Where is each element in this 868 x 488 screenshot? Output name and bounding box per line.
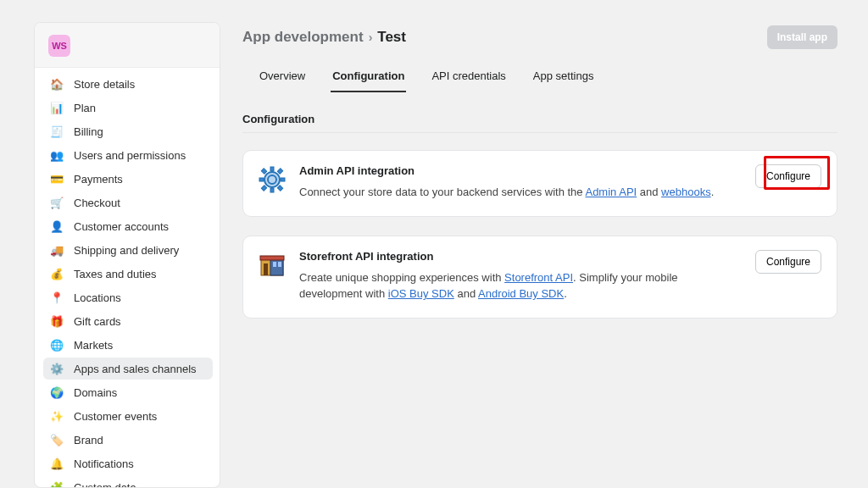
page-header: App development › Test Install app — [242, 25, 837, 49]
svg-rect-13 — [260, 256, 284, 260]
sidebar-icon: 🛒 — [50, 196, 64, 209]
text: and — [454, 287, 478, 300]
sidebar-item-apps-and-sales-channels[interactable]: ⚙️Apps and sales channels — [43, 358, 213, 380]
admin-api-card: Admin API integration Connect your store… — [242, 150, 837, 217]
sidebar-item-gift-cards[interactable]: 🎁Gift cards — [43, 310, 213, 332]
sidebar-item-customer-accounts[interactable]: 👤Customer accounts — [43, 215, 213, 237]
svg-rect-1 — [270, 167, 274, 171]
sidebar-item-markets[interactable]: 🌐Markets — [43, 334, 213, 356]
admin-api-title: Admin API integration — [299, 164, 742, 177]
storefront-api-description: Create unique shopping experiences with … — [299, 269, 742, 302]
admin-api-description: Connect your store data to your backend … — [299, 184, 742, 201]
sidebar-icon: 💳 — [50, 172, 64, 186]
android-buy-sdk-link[interactable]: Android Buy SDK — [478, 287, 564, 300]
text: . — [564, 287, 567, 300]
text: Connect your store data to your backend … — [299, 186, 585, 198]
svg-rect-15 — [278, 262, 281, 267]
sidebar-header: WS — [35, 23, 220, 68]
sidebar-icon: 👥 — [50, 148, 64, 162]
storefront-api-link[interactable]: Storefront API — [504, 271, 573, 284]
sidebar-item-label: Customer accounts — [74, 220, 169, 233]
svg-rect-14 — [273, 262, 276, 267]
webhooks-link[interactable]: webhooks — [661, 186, 711, 198]
sidebar-item-label: Payments — [74, 173, 123, 186]
configure-storefront-api-button[interactable]: Configure — [755, 250, 821, 274]
sidebar-item-plan[interactable]: 📊Plan — [43, 97, 213, 119]
sidebar-item-label: Locations — [74, 291, 121, 304]
sidebar-icon: ✨ — [50, 409, 64, 423]
tab-overview[interactable]: Overview — [258, 64, 307, 92]
sidebar-item-locations[interactable]: 📍Locations — [43, 286, 213, 308]
settings-sidebar: WS 🏠Store details📊Plan🧾Billing👥Users and… — [34, 22, 220, 488]
sidebar-icon: 📍 — [50, 291, 64, 304]
sidebar-item-label: Gift cards — [74, 315, 121, 328]
sidebar-item-notifications[interactable]: 🔔Notifications — [43, 452, 213, 474]
configure-admin-api-button[interactable]: Configure — [755, 164, 821, 188]
sidebar-item-label: Apps and sales channels — [74, 363, 197, 375]
sidebar-icon: 🌍 — [50, 385, 64, 399]
breadcrumb-current: Test — [377, 29, 406, 46]
ios-buy-sdk-link[interactable]: iOS Buy SDK — [388, 287, 454, 300]
tab-app-settings[interactable]: App settings — [531, 64, 596, 92]
sidebar-list: 🏠Store details📊Plan🧾Billing👥Users and pe… — [35, 68, 220, 487]
text: . — [711, 186, 715, 198]
admin-api-link[interactable]: Admin API — [585, 186, 637, 198]
sidebar-item-label: Brand — [74, 434, 103, 446]
svg-rect-4 — [281, 178, 285, 181]
text: Create unique shopping experiences with — [299, 271, 504, 284]
sidebar-item-label: Notifications — [74, 458, 134, 470]
sidebar-item-label: Customer events — [74, 410, 157, 423]
sidebar-item-label: Markets — [74, 339, 113, 352]
sidebar-icon: 💰 — [50, 267, 64, 280]
sidebar-icon: 🚚 — [50, 243, 64, 257]
breadcrumb: App development › Test — [242, 29, 406, 46]
sidebar-item-brand[interactable]: 🏷️Brand — [43, 429, 213, 451]
sidebar-icon: 🔔 — [50, 457, 64, 470]
sidebar-icon: 👤 — [50, 219, 64, 233]
sidebar-item-label: Domains — [74, 386, 117, 399]
sidebar-item-customer-events[interactable]: ✨Customer events — [43, 405, 213, 427]
sidebar-item-label: Checkout — [74, 197, 120, 209]
svg-rect-3 — [259, 178, 264, 181]
sidebar-item-label: Users and permissions — [74, 149, 186, 162]
svg-rect-5 — [261, 169, 266, 174]
sidebar-item-billing[interactable]: 🧾Billing — [43, 120, 213, 142]
svg-rect-8 — [277, 186, 282, 191]
sidebar-item-label: Custom data — [74, 481, 136, 488]
sidebar-item-checkout[interactable]: 🛒Checkout — [43, 191, 213, 214]
divider — [242, 132, 837, 133]
svg-rect-2 — [270, 188, 274, 192]
gear-icon — [259, 166, 286, 193]
svg-rect-6 — [277, 169, 282, 174]
sidebar-icon: 📊 — [50, 101, 64, 114]
main-content: App development › Test Install app Overv… — [220, 0, 868, 488]
sidebar-item-users-and-permissions[interactable]: 👥Users and permissions — [43, 144, 213, 166]
svg-point-10 — [264, 172, 280, 187]
sidebar-icon: ⚙️ — [50, 362, 64, 375]
sidebar-item-payments[interactable]: 💳Payments — [43, 168, 213, 190]
tab-api-credentials[interactable]: API credentials — [430, 64, 507, 92]
tabs: OverviewConfigurationAPI credentialsApp … — [242, 64, 837, 92]
install-app-button[interactable]: Install app — [767, 25, 837, 49]
svg-rect-7 — [261, 186, 266, 191]
store-avatar: WS — [48, 35, 70, 57]
sidebar-item-domains[interactable]: 🌍Domains — [43, 381, 213, 403]
sidebar-icon: 🏠 — [50, 77, 64, 91]
sidebar-icon: 🌐 — [50, 338, 64, 352]
sidebar-item-label: Plan — [74, 102, 96, 114]
sidebar-item-shipping-and-delivery[interactable]: 🚚Shipping and delivery — [43, 239, 213, 261]
sidebar-item-label: Billing — [74, 125, 103, 138]
sidebar-icon: 🧾 — [50, 125, 64, 138]
chevron-right-icon: › — [369, 30, 373, 44]
sidebar-item-label: Shipping and delivery — [74, 244, 179, 257]
section-heading: Configuration — [242, 113, 837, 125]
sidebar-item-store-details[interactable]: 🏠Store details — [43, 73, 213, 95]
breadcrumb-parent[interactable]: App development — [242, 29, 364, 46]
sidebar-item-label: Store details — [74, 78, 135, 91]
sidebar-item-label: Taxes and duties — [74, 268, 157, 280]
sidebar-item-custom-data[interactable]: 🧩Custom data — [43, 476, 213, 487]
tab-configuration[interactable]: Configuration — [331, 64, 406, 92]
storefront-api-card: Storefront API integration Create unique… — [242, 236, 837, 319]
sidebar-item-taxes-and-duties[interactable]: 💰Taxes and duties — [43, 263, 213, 285]
sidebar-icon: 🧩 — [50, 480, 64, 487]
